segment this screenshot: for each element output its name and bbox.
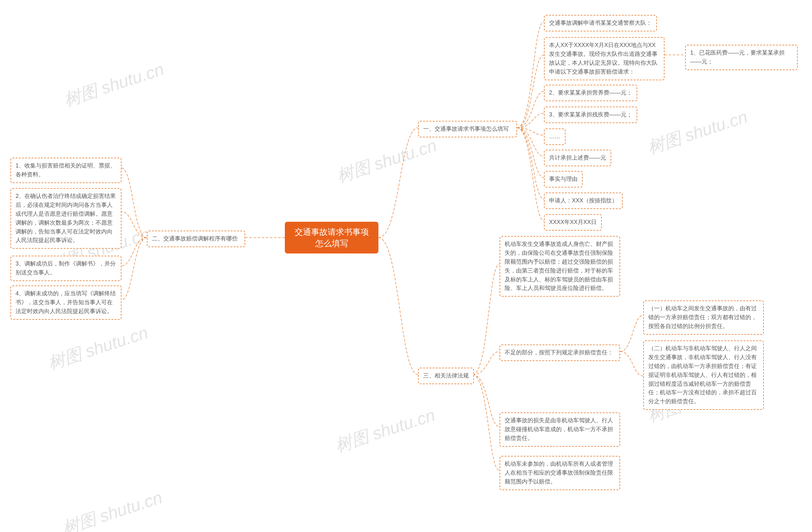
- branch-3-sub-item-1-text: （一）机动车之间发生交通事故的，由有过错的一方承担赔偿责任；双方都有过错的，按照…: [648, 305, 757, 329]
- branch-1-item-8: 申请人：XXX（按捺指纹）: [544, 192, 623, 209]
- branch-3: 三、相关法律法规: [418, 368, 474, 384]
- branch-1-item-7-text: 事实与理由: [549, 176, 578, 182]
- branch-3-sub-item-1: （一）机动车之间发生交通事故的，由有过错的一方承担赔偿责任；双方都有过错的，按照…: [643, 300, 764, 335]
- watermark: 树图 shutu.cn: [332, 403, 438, 458]
- branch-1-item-2: 本人XX于XXXX年X月X日在XXX地点与XX发生交通事故。现经你大队作出道路交…: [544, 37, 665, 80]
- watermark: 树图 shutu.cn: [45, 321, 151, 375]
- branch-3-item-1: 机动车发生交通事故造成人身伤亡、财产损失的，由保险公司在交通事故责任强制保险限额…: [499, 236, 620, 297]
- branch-1-item-8-text: 申请人：XXX（按捺指纹）: [549, 197, 618, 204]
- watermark: 树图 shutu.cn: [334, 134, 440, 188]
- branch-1-item-5-text: ……: [549, 133, 561, 140]
- branch-1-item-3: 2、要求某某承担营养费——元；: [544, 85, 637, 101]
- branch-3-item-3-text: 机动车未参加的，由机动车所有人或者管理人在相当于相应的交通事故强制保险责任限额范…: [505, 461, 613, 485]
- branch-3-title: 三、相关法律法规: [423, 372, 469, 379]
- branch-1-item-5: ……: [544, 129, 566, 145]
- branch-1-item-4-text: 3、要求某某承担残疾费——元；: [549, 111, 632, 118]
- center-node: 交通事故请求书事项怎么填写: [285, 222, 378, 254]
- branch-3-item-3: 机动车未参加的，由机动车所有人或者管理人在相当于相应的交通事故强制保险责任限额范…: [499, 456, 620, 490]
- branch-1-item-3-text: 2、要求某某承担营养费——元；: [549, 89, 632, 96]
- branch-1-item-9-text: XXXX年XX月XX日: [549, 219, 597, 225]
- branch-1-item-6-text: 共计承担上述费——元: [549, 155, 606, 161]
- branch-1-item-4: 3、要求某某承担残疾费——元；: [544, 106, 637, 123]
- mindmap-canvas: 树图 shutu.cn 树图 shutu.cn 树图 shutu.cn 树图 s…: [0, 0, 812, 532]
- center-title: 交通事故请求书事项怎么填写: [291, 226, 372, 249]
- watermark: 树图 shutu.cn: [61, 58, 167, 112]
- branch-1-item-2-side: 1、已花医药费——元，要求某某承担——元；: [685, 45, 798, 70]
- branch-3-sub-item-2: （二）机动车与非机动车驾驶人、行人之间发生交通事故，非机动车驾驶人、行人没有过错…: [643, 340, 764, 410]
- branch-1-item-9: XXXX年XX月XX日: [544, 214, 602, 231]
- branch-2-title: 二、交通事故赔偿调解程序有哪些: [152, 235, 237, 242]
- branch-2-item-4-text: 4、调解未成功的，应当填写《调解终结书》，送交当事人，并告知当事人可在法定时效内…: [16, 290, 116, 314]
- branch-3-item-1-text: 机动车发生交通事故造成人身伤亡、财产损失的，由保险公司在交通事故责任强制保险限额…: [505, 241, 613, 291]
- branch-2-item-1-text: 1、收集与损害赔偿相关的证明、票据、各种资料。: [16, 162, 116, 178]
- branch-2-item-3-text: 3、调解成功后，制作《调解书》，并分别送交当事人。: [16, 260, 116, 276]
- branch-2-item-2: 2、在确认伤者治疗终结或确定损害结果后，必须在规定时间内询问各方当事人或代理人是…: [11, 188, 121, 249]
- watermark: 树图 shutu.cn: [59, 486, 165, 532]
- branch-3-sub-head: 不足的部分，按照下列规定承担赔偿责任：: [499, 345, 620, 361]
- branch-3-sub-item-2-text: （二）机动车与非机动车驾驶人、行人之间发生交通事故，非机动车驾驶人、行人没有过错…: [648, 345, 757, 404]
- branch-1-item-1-text: 交通事故调解申请书某某交通警察大队：: [549, 20, 652, 26]
- branch-2-item-4: 4、调解未成功的，应当填写《调解终结书》，送交当事人，并告知当事人可在法定时效内…: [11, 286, 121, 320]
- branch-2: 二、交通事故赔偿调解程序有哪些: [147, 231, 245, 247]
- branch-3-item-2: 交通事故的损失是由非机动车驾驶人、行人故意碰撞机动车造成的，机动车一方不承担赔偿…: [499, 413, 620, 447]
- branch-1-item-2-side-text: 1、已花医药费——元，要求某某承担——元；: [690, 49, 785, 65]
- branch-3-sub-head-text: 不足的部分，按照下列规定承担赔偿责任：: [505, 349, 613, 356]
- edge-layer: [0, 0, 812, 532]
- branch-1-item-1: 交通事故调解申请书某某交通警察大队：: [544, 15, 657, 31]
- branch-1-item-2-text: 本人XX于XXXX年X月X日在XXX地点与XX发生交通事故。现经你大队作出道路交…: [549, 42, 657, 75]
- branch-1-title: 一、交通事故请求书事项怎么填写: [423, 126, 509, 132]
- branch-1-item-6: 共计承担上述费——元: [544, 150, 611, 166]
- branch-2-item-1: 1、收集与损害赔偿相关的证明、票据、各种资料。: [11, 158, 121, 183]
- watermark: 树图 shutu.cn: [644, 105, 751, 160]
- branch-2-item-3: 3、调解成功后，制作《调解书》，并分别送交当事人。: [11, 256, 121, 281]
- branch-2-item-2-text: 2、在确认伤者治疗终结或确定损害结果后，必须在规定时间内询问各方当事人或代理人是…: [16, 193, 116, 243]
- branch-1-item-7: 事实与理由: [544, 171, 583, 187]
- branch-1: 一、交通事故请求书事项怎么填写: [418, 121, 517, 138]
- branch-3-item-2-text: 交通事故的损失是由非机动车驾驶人、行人故意碰撞机动车造成的，机动车一方不承担赔偿…: [505, 417, 613, 441]
